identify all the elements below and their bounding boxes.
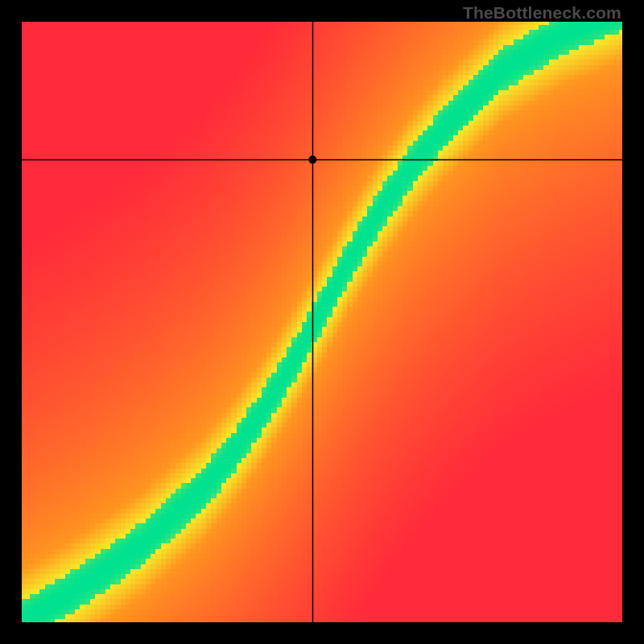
watermark-label: TheBottleneck.com	[463, 3, 621, 23]
bottleneck-heatmap	[22, 22, 622, 622]
chart-container: TheBottleneck.com	[0, 0, 644, 644]
